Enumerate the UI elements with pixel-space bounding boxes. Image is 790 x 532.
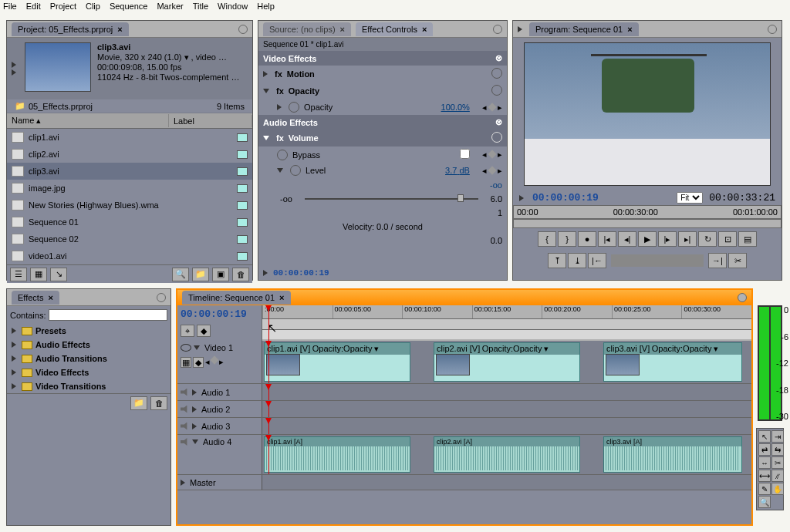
shuttle-slider[interactable]	[611, 254, 704, 267]
effect-opacity[interactable]: fx Opacity	[258, 82, 507, 99]
menu-sequence[interactable]: Sequence	[110, 2, 148, 12]
bypass-checkbox[interactable]	[460, 149, 470, 159]
close-icon[interactable]: ×	[48, 293, 52, 302]
audio-track-content[interactable]	[262, 384, 751, 400]
playhead[interactable]	[268, 401, 269, 417]
expand-icon[interactable]	[181, 480, 185, 486]
snap-icon[interactable]: ⌖	[181, 325, 194, 337]
menu-window[interactable]: Window	[218, 2, 248, 12]
loop-button[interactable]: ↻	[698, 231, 717, 247]
expand-icon[interactable]	[12, 383, 16, 389]
goto-prev-button[interactable]: |←	[588, 253, 606, 268]
razor-tool[interactable]: ✂	[771, 456, 784, 469]
speaker-icon[interactable]	[181, 438, 190, 446]
project-item[interactable]: Sequence 01	[7, 214, 252, 231]
video-track-header[interactable]: Video 1 ▦ ◆ ◂ ▸	[177, 341, 262, 383]
trash-icon[interactable]: 🗑	[150, 396, 167, 410]
audio-track-content[interactable]	[262, 418, 751, 434]
new-bin-icon[interactable]: 📁	[192, 268, 209, 281]
slider-track[interactable]	[305, 198, 478, 200]
close-icon[interactable]: ×	[279, 293, 284, 302]
project-item[interactable]: clip2.avi	[7, 146, 252, 163]
label-swatch[interactable]	[237, 252, 248, 261]
video-effects-heading[interactable]: Video Effects ⊗	[258, 51, 507, 66]
expand-icon[interactable]	[277, 104, 282, 110]
project-item[interactable]: Sequence 02	[7, 231, 252, 247]
close-icon[interactable]: ×	[340, 25, 345, 34]
panel-menu-icon[interactable]	[157, 293, 166, 302]
audio-track-header[interactable]: Audio 3	[177, 418, 262, 434]
stopwatch-icon[interactable]	[277, 150, 288, 160]
timeline-tab[interactable]: Timeline: Sequence 01×	[182, 291, 291, 305]
goto-out-button[interactable]: ▸|	[678, 231, 697, 247]
label-swatch[interactable]	[237, 133, 248, 142]
list-view-icon[interactable]: ☰	[10, 268, 27, 281]
audio-clip-1[interactable]: clip1.avi [A]	[264, 436, 410, 473]
video-track-content[interactable]: clip1.avi [V] Opacity:Opacity ▾ clip2.av…	[262, 341, 751, 383]
playhead[interactable]	[268, 418, 269, 434]
audio-clip-3[interactable]: clip3.avi [A]	[603, 436, 742, 473]
track-select-tool[interactable]: ⇥	[771, 430, 784, 443]
label-swatch[interactable]	[237, 235, 248, 244]
effect-controls-tab[interactable]: Effect Controls×	[356, 22, 433, 36]
effect-volume[interactable]: fx Volume	[258, 130, 507, 146]
set-marker-button[interactable]: ●	[578, 231, 596, 247]
level-value[interactable]: 3.7 dB	[445, 166, 470, 175]
speaker-icon[interactable]	[181, 389, 190, 396]
program-scrubber[interactable]	[513, 219, 782, 228]
project-item[interactable]: image.jpg	[7, 180, 252, 197]
menu-marker[interactable]: Marker	[157, 2, 183, 12]
icon-view-icon[interactable]: ▦	[30, 268, 47, 281]
project-item[interactable]: clip3.avi	[7, 163, 252, 180]
audio-effects-heading[interactable]: Audio Effects ⊗	[258, 115, 507, 130]
video-clip-3[interactable]: clip3.avi [V] Opacity:Opacity ▾	[603, 342, 742, 382]
rate-tool[interactable]: ↔	[758, 456, 771, 469]
effects-folder[interactable]: Audio Effects	[7, 338, 170, 352]
sequence-menu-icon[interactable]	[518, 26, 522, 32]
project-item[interactable]: clip1.avi	[7, 129, 252, 146]
slider-thumb[interactable]	[457, 194, 464, 202]
close-icon[interactable]: ×	[627, 25, 632, 34]
menu-edit[interactable]: Edit	[26, 2, 41, 12]
extract-button[interactable]: ⤓	[568, 253, 586, 268]
expand-icon[interactable]	[12, 328, 16, 334]
keyframe-icon[interactable]	[488, 166, 496, 174]
label-swatch[interactable]	[237, 218, 248, 227]
panel-menu-icon[interactable]	[493, 25, 502, 34]
hand-tool[interactable]: ✋	[771, 483, 784, 495]
goto-in-button[interactable]: |◂	[598, 231, 616, 247]
audio-track-header[interactable]: Audio 1	[177, 384, 262, 400]
play-icon[interactable]	[12, 62, 16, 68]
playhead[interactable]	[268, 305, 269, 341]
reset-icon[interactable]	[491, 132, 502, 143]
keyframe-mode-icon[interactable]: ◆	[193, 357, 204, 368]
next-kf-icon[interactable]: ▸	[219, 357, 224, 368]
audio-track-header[interactable]: Audio 4	[177, 435, 262, 474]
source-tab[interactable]: Source: (no clips)×	[263, 22, 351, 36]
effects-folder[interactable]: Video Effects	[7, 365, 170, 379]
effects-folder[interactable]: Video Transitions	[7, 379, 170, 393]
expand-icon[interactable]	[12, 342, 16, 348]
speaker-icon[interactable]	[181, 406, 190, 413]
panel-menu-icon[interactable]	[738, 293, 747, 302]
audio-track-content[interactable]: clip1.avi [A] clip2.avi [A] clip3.avi [A…	[262, 435, 751, 474]
program-tab[interactable]: Program: Sequence 01×	[529, 22, 639, 36]
master-track-content[interactable]	[262, 475, 751, 490]
speaker-icon[interactable]	[181, 423, 190, 430]
audio-clip-2[interactable]: clip2.avi [A]	[434, 436, 580, 473]
collapse-icon[interactable]	[192, 439, 198, 444]
audio-track-content[interactable]	[262, 401, 751, 417]
automate-icon[interactable]: ↘	[50, 268, 67, 281]
prev-kf-icon[interactable]: ◂	[205, 357, 210, 368]
col-label[interactable]: Label	[169, 115, 252, 127]
menu-project[interactable]: Project	[50, 2, 76, 12]
effect-motion[interactable]: fx Motion	[258, 66, 507, 82]
menu-help[interactable]: Help	[257, 2, 275, 12]
effects-folder[interactable]: Presets	[7, 324, 170, 338]
zoom-select[interactable]: Fit	[677, 192, 703, 204]
new-bin-icon[interactable]: 📁	[130, 396, 147, 410]
rolling-tool[interactable]: ⇆	[771, 443, 784, 456]
effects-search-input[interactable]	[49, 309, 167, 321]
eye-icon[interactable]	[181, 344, 191, 352]
reset-icon[interactable]	[491, 68, 502, 79]
